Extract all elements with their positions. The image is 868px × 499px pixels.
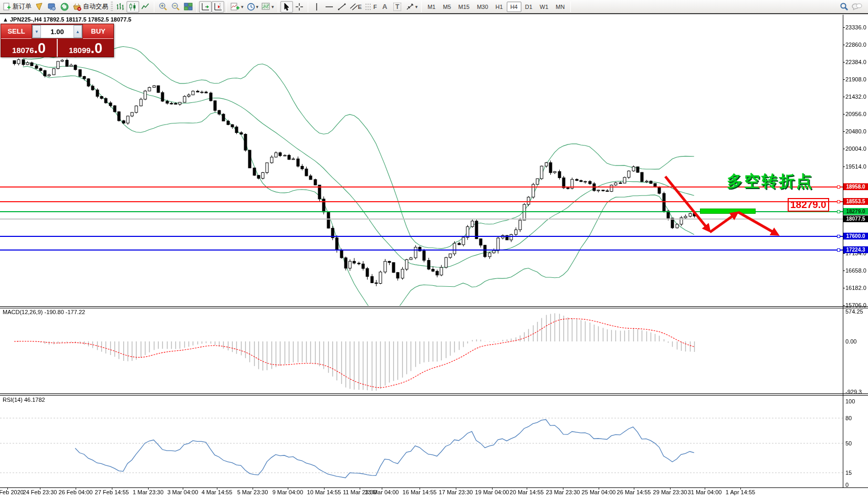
time-tick-mark <box>492 487 493 490</box>
time-label: 1 Mar 23:30 <box>133 489 164 495</box>
price-tick-label: 23336.0 <box>845 24 866 30</box>
bid-price-line[interactable] <box>0 219 843 220</box>
collapse-arrow-icon[interactable]: ▲ <box>3 16 8 23</box>
time-label: 24 Feb 23:30 <box>23 489 57 495</box>
price-tick-mark <box>843 62 845 63</box>
price-tick-label: 15706.0 <box>845 302 866 308</box>
price-badge: 18958.0 <box>843 183 868 190</box>
hline-object-18553.5[interactable] <box>0 201 843 202</box>
time-label: 16 Mar 14:55 <box>403 489 437 495</box>
price-badge: 18553.5 <box>843 198 868 205</box>
time-label: 31 Mar 04:00 <box>688 489 722 495</box>
time-tick-mark <box>563 487 563 490</box>
rsi-axis-80: 80 <box>845 415 852 421</box>
time-tick-mark <box>253 487 253 490</box>
time-tick-mark <box>7 487 8 490</box>
price-tick-label: 20004.0 <box>845 145 866 152</box>
time-label: 5 Mar 23:30 <box>237 489 268 495</box>
price-tick-mark <box>843 45 845 45</box>
time-tick-mark <box>76 487 76 490</box>
price-tick-mark <box>843 79 845 80</box>
time-tick-mark <box>217 487 217 490</box>
time-tick-mark <box>183 487 183 490</box>
hline-object-17600.0[interactable] <box>0 236 843 237</box>
one-click-trading-panel: SELL ▼ 1.00 ▲ BUY 18076 .0 18099 .0 <box>1 24 114 57</box>
price-tick-label: 21908.0 <box>845 76 866 82</box>
time-label: 21 Feb 2020 <box>0 489 24 495</box>
time-tick-mark <box>456 487 456 490</box>
sell-price[interactable]: 18076 .0 <box>1 39 57 57</box>
buy-price-main: 18099 <box>69 45 91 56</box>
time-label: 29 Mar 23:30 <box>653 489 687 495</box>
buy-price[interactable]: 18099 .0 <box>58 39 113 57</box>
buy-button[interactable]: BUY <box>83 24 113 39</box>
time-tick-mark <box>288 487 288 490</box>
price-tick-label: 16182.0 <box>845 285 866 291</box>
time-label: 25 Mar 04:00 <box>582 489 616 495</box>
time-label: 23 Mar 23:30 <box>546 489 580 495</box>
panel-separator[interactable] <box>0 395 868 396</box>
time-tick-mark <box>360 487 360 490</box>
sell-button[interactable]: SELL <box>1 24 32 39</box>
time-tick-mark <box>112 487 112 490</box>
price-tick-mark <box>843 114 845 115</box>
time-tick-mark <box>599 487 599 490</box>
symbol-header: ▲ JPN225-,H4 17892.5 18117.5 17852.5 180… <box>3 16 131 23</box>
time-tick-mark <box>420 487 420 490</box>
time-label: 27 Feb 14:55 <box>95 489 129 495</box>
cn-annotation-text[interactable]: 多空转折点 <box>727 171 813 192</box>
time-label: 9 Mar 04:00 <box>273 489 304 495</box>
time-label: 26 Feb 04:00 <box>59 489 93 495</box>
green-zone-annotation[interactable] <box>700 209 756 214</box>
panel-separator[interactable] <box>0 393 868 394</box>
sell-price-pips: .0 <box>34 41 46 56</box>
time-label: 10 Mar 14:55 <box>307 489 341 495</box>
rsi-axis-50: 50 <box>845 440 852 446</box>
price-tick-label: 20480.0 <box>845 128 866 134</box>
line-handle[interactable] <box>837 210 840 213</box>
symbol-period-label: JPN225-,H4 <box>10 16 42 23</box>
price-tick-label: 22384.0 <box>845 59 866 65</box>
hline-object-18958.0[interactable] <box>0 186 843 188</box>
price-tick-label: 22860.0 <box>845 41 866 48</box>
time-tick-mark <box>148 487 149 490</box>
hline-object-17224.3[interactable] <box>0 250 843 251</box>
price-badge: 18279.0 <box>843 208 868 215</box>
panel-separator[interactable] <box>0 306 868 307</box>
rsi-axis-15: 15 <box>845 470 852 476</box>
line-handle[interactable] <box>837 248 840 252</box>
time-tick-mark <box>324 487 325 490</box>
volume-up-button[interactable]: ▲ <box>74 25 82 38</box>
ohlc-values: 17892.5 18117.5 17852.5 18077.5 <box>44 16 132 23</box>
time-label: 13 Mar 04:00 <box>365 489 399 495</box>
rsi-axis-0: 0 <box>845 482 849 488</box>
price-badge: 17600.0 <box>843 233 868 240</box>
price-tick-mark <box>843 271 845 271</box>
time-label: 4 Mar 14:55 <box>202 489 233 495</box>
price-annotation-label[interactable]: 18279.0 <box>788 198 829 212</box>
volume-input[interactable]: 1.00 <box>41 25 74 38</box>
buy-price-pips: .0 <box>91 41 103 56</box>
time-tick-mark <box>40 487 40 490</box>
time-tick-mark <box>527 487 527 490</box>
price-tick-mark <box>843 167 845 167</box>
time-tick-mark <box>705 487 705 490</box>
macd-label: MACD(12,26,9) -190.80 -177.22 <box>3 309 85 315</box>
price-tick-mark <box>843 97 845 97</box>
line-handle[interactable] <box>837 200 840 203</box>
price-tick-label: 19514.0 <box>845 163 866 170</box>
time-label: 26 Mar 14:55 <box>617 489 651 495</box>
panel-separator[interactable] <box>0 308 868 308</box>
rsi-axis-100: 100 <box>845 398 855 404</box>
rsi-label: RSI(14) 46.1782 <box>3 397 45 403</box>
price-tick-label: 21432.0 <box>845 93 866 100</box>
price-tick-mark <box>843 27 845 28</box>
time-tick-mark <box>740 487 741 490</box>
line-handle[interactable] <box>837 185 840 189</box>
line-handle[interactable] <box>837 235 840 238</box>
time-tick-mark <box>382 487 382 490</box>
time-axis-border <box>0 487 868 488</box>
macd-axis-zero: 0.00 <box>845 338 856 345</box>
volume-down-button[interactable]: ▼ <box>33 25 41 38</box>
time-label: 3 Mar 04:00 <box>168 489 198 495</box>
